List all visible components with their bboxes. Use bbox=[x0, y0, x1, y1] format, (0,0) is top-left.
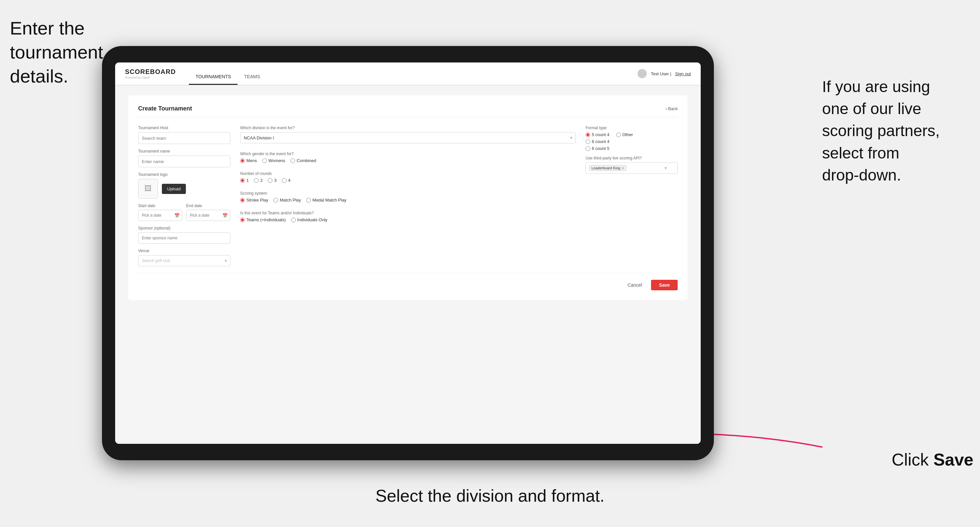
calendar-icon-end: 📅 bbox=[223, 213, 228, 218]
sponsor-label: Sponsor (optional) bbox=[138, 226, 230, 230]
scoring-stroke-radio[interactable] bbox=[240, 198, 245, 203]
header-right: Test User | Sign out bbox=[638, 69, 691, 78]
rounds-radio-group: 1 2 3 4 bbox=[240, 178, 576, 183]
annotation-top-left: Enter the tournament details. bbox=[10, 16, 103, 88]
event-individuals[interactable]: Individuals Only bbox=[291, 217, 328, 222]
calendar-icon: 📅 bbox=[174, 213, 180, 218]
api-select-box[interactable]: Leaderboard King ✕ ▼ bbox=[585, 162, 678, 174]
format-6count5-radio[interactable] bbox=[585, 146, 590, 151]
rounds-1[interactable]: 1 bbox=[240, 178, 249, 183]
tournament-name-input[interactable] bbox=[138, 156, 230, 167]
end-date-col: End date 📅 bbox=[186, 203, 230, 221]
rounds-4-radio[interactable] bbox=[282, 178, 286, 183]
division-select[interactable]: NCAA Division I bbox=[240, 132, 576, 143]
format-6count5[interactable]: 6 count 5 bbox=[585, 146, 678, 151]
event-individuals-radio[interactable] bbox=[291, 217, 296, 222]
rounds-2-radio[interactable] bbox=[254, 178, 259, 183]
panel-footer: Cancel Save bbox=[138, 273, 678, 290]
sign-out-link[interactable]: Sign out bbox=[675, 71, 691, 76]
rounds-1-radio[interactable] bbox=[240, 178, 245, 183]
image-icon: 🖼 bbox=[145, 184, 152, 193]
app-header: SCOREBOARD Powered by Clippit TOURNAMENT… bbox=[115, 62, 701, 86]
scoring-stroke[interactable]: Stroke Play bbox=[240, 198, 268, 203]
tablet-device: SCOREBOARD Powered by Clippit TOURNAMENT… bbox=[102, 46, 714, 460]
gender-label: Which gender is the event for? bbox=[240, 152, 576, 156]
scoring-match[interactable]: Match Play bbox=[274, 198, 301, 203]
logo-label: Tournament logo bbox=[138, 172, 230, 177]
gender-womens-radio[interactable] bbox=[262, 159, 267, 163]
scoring-medal-match[interactable]: Medal Match Play bbox=[306, 198, 347, 203]
scoring-radio-group: Stroke Play Match Play Medal Match Play bbox=[240, 198, 576, 203]
format-6count4[interactable]: 6 count 4 bbox=[585, 139, 678, 144]
back-link[interactable]: Back bbox=[665, 106, 678, 111]
annotation-bottom-right: Click Save bbox=[891, 449, 974, 471]
format-6count4-radio[interactable] bbox=[585, 140, 590, 144]
format-5count4-radio[interactable] bbox=[585, 132, 590, 137]
tablet-screen: SCOREBOARD Powered by Clippit TOURNAMENT… bbox=[115, 62, 701, 444]
gender-mens-radio[interactable] bbox=[240, 159, 245, 163]
sponsor-input[interactable] bbox=[138, 232, 230, 244]
division-label: Which division is the event for? bbox=[240, 125, 576, 130]
gender-womens-label: Womens bbox=[269, 158, 285, 163]
event-teams[interactable]: Teams (+Individuals) bbox=[240, 217, 286, 222]
name-label: Tournament name bbox=[138, 149, 230, 154]
rounds-3-label: 3 bbox=[274, 178, 276, 183]
cancel-button[interactable]: Cancel bbox=[622, 280, 648, 290]
right-column: Format type 5 count 4 Other bbox=[585, 125, 678, 266]
scoring-match-label: Match Play bbox=[280, 198, 301, 203]
format-radio-group: 5 count 4 Other 6 count 4 bbox=[585, 132, 678, 151]
rounds-4[interactable]: 4 bbox=[282, 178, 291, 183]
scoring-label: Scoring system bbox=[240, 191, 576, 195]
format-other[interactable]: Other bbox=[616, 132, 633, 137]
middle-column: Which division is the event for? NCAA Di… bbox=[240, 125, 576, 266]
left-column: Tournament Host Tournament name Tourname… bbox=[138, 125, 230, 266]
gender-womens[interactable]: Womens bbox=[262, 158, 285, 163]
gender-combined-radio[interactable] bbox=[291, 159, 295, 163]
start-date-col: Start date 📅 bbox=[138, 203, 182, 221]
format-5count4-label: 5 count 4 bbox=[592, 132, 609, 137]
rounds-4-label: 4 bbox=[288, 178, 291, 183]
nav-tab-tournaments[interactable]: TOURNAMENTS bbox=[189, 74, 237, 85]
rounds-3[interactable]: 3 bbox=[268, 178, 276, 183]
format-other-radio[interactable] bbox=[616, 132, 621, 137]
form-grid: Tournament Host Tournament name Tourname… bbox=[138, 125, 678, 266]
panel-header: Create Tournament Back bbox=[138, 105, 678, 117]
logo-area: SCOREBOARD Powered by Clippit bbox=[125, 68, 176, 79]
event-type-radio-group: Teams (+Individuals) Individuals Only bbox=[240, 217, 576, 222]
scoring-match-radio[interactable] bbox=[274, 198, 278, 203]
rounds-3-radio[interactable] bbox=[268, 178, 272, 183]
event-teams-label: Teams (+Individuals) bbox=[247, 217, 286, 222]
nav-tab-teams[interactable]: TEAMS bbox=[237, 74, 266, 85]
panel-title: Create Tournament bbox=[138, 105, 192, 112]
gender-combined[interactable]: Combined bbox=[291, 158, 316, 163]
api-tag-remove[interactable]: ✕ bbox=[621, 167, 624, 170]
host-input[interactable] bbox=[138, 132, 230, 144]
gender-combined-label: Combined bbox=[297, 158, 316, 163]
date-row: Start date 📅 End date 📅 bbox=[138, 203, 230, 221]
start-date-wrap: 📅 bbox=[138, 210, 182, 221]
format-type-label: Format type bbox=[585, 125, 678, 130]
api-select-chevron-icon: ▼ bbox=[664, 166, 668, 170]
save-button[interactable]: Save bbox=[651, 280, 678, 290]
api-selected-tag: Leaderboard King ✕ bbox=[589, 165, 626, 171]
create-panel: Create Tournament Back Tournament Host T… bbox=[128, 95, 687, 300]
event-individuals-label: Individuals Only bbox=[298, 217, 328, 222]
rounds-label: Number of rounds bbox=[240, 171, 576, 176]
rounds-1-label: 1 bbox=[247, 178, 249, 183]
format-5count4[interactable]: 5 count 4 bbox=[585, 132, 609, 137]
logo-title: SCOREBOARD bbox=[125, 68, 176, 76]
gender-mens[interactable]: Mens bbox=[240, 158, 257, 163]
scoring-medal-match-radio[interactable] bbox=[306, 198, 311, 203]
venue-select[interactable]: Search golf club bbox=[138, 255, 230, 266]
api-select-wrap: Leaderboard King ✕ ▼ bbox=[585, 162, 678, 174]
host-label: Tournament Host bbox=[138, 125, 230, 130]
rounds-2[interactable]: 2 bbox=[254, 178, 262, 183]
upload-button[interactable]: Upload bbox=[162, 184, 186, 194]
api-label: Use third-party live scoring API? bbox=[585, 156, 678, 160]
scoring-stroke-label: Stroke Play bbox=[247, 198, 268, 203]
event-teams-radio[interactable] bbox=[240, 217, 245, 222]
format-6count4-label: 6 count 4 bbox=[592, 139, 609, 144]
event-type-label: Is this event for Teams and/or Individua… bbox=[240, 211, 576, 215]
format-row-1: 5 count 4 Other bbox=[585, 132, 678, 137]
venue-label: Venue bbox=[138, 249, 230, 253]
